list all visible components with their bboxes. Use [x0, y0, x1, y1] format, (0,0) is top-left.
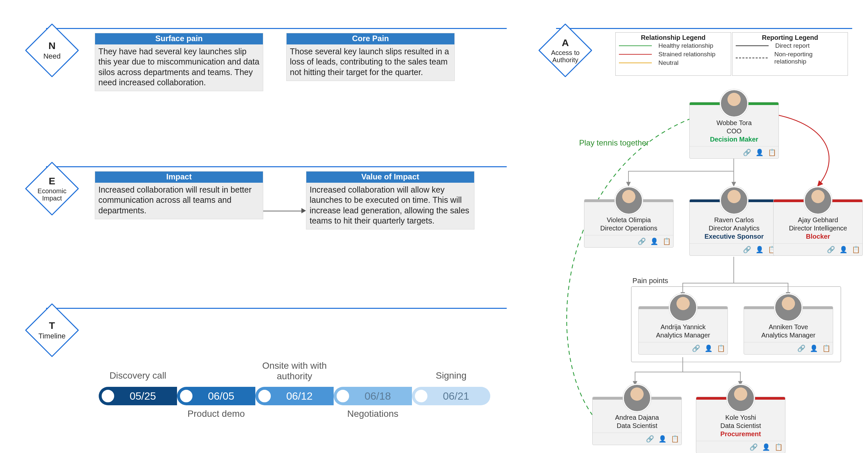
diamond-letter: T: [49, 320, 55, 331]
avatar: [726, 384, 755, 412]
section-line-econ: [46, 166, 507, 167]
timeline-label: Negotiations: [334, 409, 412, 419]
person-tag: Decision Maker: [692, 135, 776, 144]
timeline-node: [335, 389, 350, 403]
person-card-mgr1[interactable]: Andrija YannickAnalytics Manager🔗👤📋: [638, 306, 728, 355]
timeline-label: Discovery call: [99, 370, 177, 381]
timeline-label: Signing: [412, 370, 490, 381]
link-icon[interactable]: 🔗: [749, 443, 757, 451]
diamond-label: Access to Authority: [547, 49, 583, 64]
arrow-head-icon: [301, 208, 306, 213]
person-card-coo[interactable]: Wobbe ToraCOODecision Maker🔗👤📋: [689, 102, 779, 159]
avatar: [804, 186, 832, 215]
person-title: Analytics Manager: [641, 331, 725, 339]
neat-diagram: N Need Surface pain They have had severa…: [0, 0, 868, 453]
person-name: Andrea Dajana: [595, 414, 679, 422]
timeline-node: [100, 389, 116, 403]
person-icon[interactable]: 👤: [839, 246, 847, 253]
notes-icon[interactable]: 📋: [775, 443, 782, 451]
notes-icon[interactable]: 📋: [663, 237, 670, 245]
card-icon-row: 🔗👤📋: [584, 235, 673, 247]
card-body: They have had several key launches slip …: [95, 44, 263, 91]
person-tag: Procurement: [699, 430, 782, 438]
person-icon[interactable]: 👤: [650, 237, 657, 245]
diamond-label: Economic Impact: [34, 187, 70, 202]
avatar: [720, 89, 748, 118]
annotation-tennis: Play tennis together: [579, 138, 649, 148]
timeline-date: 06/05: [198, 390, 234, 402]
legend-row: Strained relationship: [616, 50, 731, 59]
person-name: Violeta Olimpia: [587, 216, 671, 224]
legend-relationship: Relationship Legend Healthy relationship…: [615, 32, 731, 76]
notes-icon[interactable]: 📋: [717, 344, 724, 352]
person-card-ds1[interactable]: Andrea DajanaData Scientist🔗👤📋: [592, 397, 682, 445]
timeline-label: Onsite with with authority: [255, 361, 334, 382]
person-tag: Blocker: [776, 233, 860, 241]
card-body: Increased collaboration will result in b…: [95, 183, 263, 219]
card-title: Impact: [95, 172, 263, 183]
diamond-label: Need: [43, 52, 61, 61]
person-card-ds2[interactable]: Kole YoshiData ScientistProcurement🔗👤📋: [696, 397, 785, 453]
diamond-letter: E: [49, 176, 55, 187]
person-name: Raven Carlos: [692, 216, 776, 224]
person-card-intel[interactable]: Ajay GebhardDirector IntelligenceBlocker…: [773, 199, 863, 256]
person-name: Andrija Yannick: [641, 323, 725, 331]
legend-label: Strained relationship: [658, 51, 715, 58]
link-icon[interactable]: 🔗: [692, 344, 699, 352]
person-icon[interactable]: 👤: [755, 149, 763, 156]
person-card-ops[interactable]: Violeta OlimpiaDirector Operations🔗👤📋: [584, 199, 674, 248]
timeline-date: 05/25: [120, 390, 156, 402]
link-icon[interactable]: 🔗: [646, 435, 653, 443]
card-icon-row: 🔗👤📋: [696, 441, 785, 453]
link-icon[interactable]: 🔗: [827, 246, 834, 253]
person-icon[interactable]: 👤: [810, 344, 817, 352]
pain-points-label: Pain points: [632, 276, 668, 285]
person-card-anlx[interactable]: Raven CarlosDirector AnalyticsExecutive …: [689, 199, 779, 256]
person-title: Director Analytics: [692, 224, 776, 233]
timeline-date: 06/21: [433, 390, 469, 402]
person-name: Ajay Gebhard: [776, 216, 860, 224]
link-icon[interactable]: 🔗: [797, 344, 805, 352]
link-icon[interactable]: 🔗: [743, 149, 750, 156]
timeline-date: 06/18: [355, 390, 391, 402]
diamond-access: A Access to Authority: [538, 23, 592, 78]
legend-swatch: [736, 46, 769, 46]
section-line-timeline: [46, 308, 507, 309]
notes-icon[interactable]: 📋: [822, 344, 830, 352]
card-icon-row: 🔗👤📋: [690, 146, 778, 158]
diamond-need: N Need: [25, 23, 79, 78]
person-title: Data Scientist: [699, 422, 782, 430]
person-icon[interactable]: 👤: [755, 246, 763, 253]
card-title: Value of Impact: [306, 172, 474, 183]
person-name: Wobbe Tora: [692, 119, 776, 127]
person-icon[interactable]: 👤: [658, 435, 665, 443]
avatar: [669, 293, 697, 322]
person-card-mgr2[interactable]: Anniken ToveAnalytics Manager🔗👤📋: [744, 306, 833, 355]
person-tag: Executive Sponsor: [692, 233, 776, 241]
person-icon[interactable]: 👤: [705, 344, 712, 352]
notes-icon[interactable]: 📋: [852, 246, 859, 253]
timeline-node: [257, 389, 272, 403]
person-icon[interactable]: 👤: [762, 443, 769, 451]
avatar: [720, 186, 748, 215]
link-icon[interactable]: 🔗: [743, 246, 750, 253]
notes-icon[interactable]: 📋: [768, 149, 775, 156]
avatar: [615, 186, 643, 215]
legend-row: Non-reporting relationship: [733, 50, 847, 66]
card-core-pain: Core Pain Those several key launch slips…: [286, 33, 455, 81]
card-icon-row: 🔗👤📋: [690, 243, 778, 255]
card-icon-row: 🔗👤📋: [744, 342, 833, 354]
diamond-letter: A: [562, 37, 569, 49]
diamond-econ: E Economic Impact: [25, 162, 79, 216]
avatar: [623, 384, 651, 412]
legend-row: Direct report: [733, 41, 847, 50]
legend-row: Neutral: [616, 59, 731, 67]
person-name: Anniken Tove: [747, 323, 830, 331]
notes-icon[interactable]: 📋: [671, 435, 678, 443]
card-body: Increased collaboration will allow key l…: [306, 183, 474, 229]
timeline-node: [179, 389, 194, 403]
legend-swatch: [619, 63, 652, 63]
person-title: Director Operations: [587, 224, 671, 233]
link-icon[interactable]: 🔗: [638, 237, 645, 245]
person-title: Director Intelligence: [776, 224, 860, 233]
